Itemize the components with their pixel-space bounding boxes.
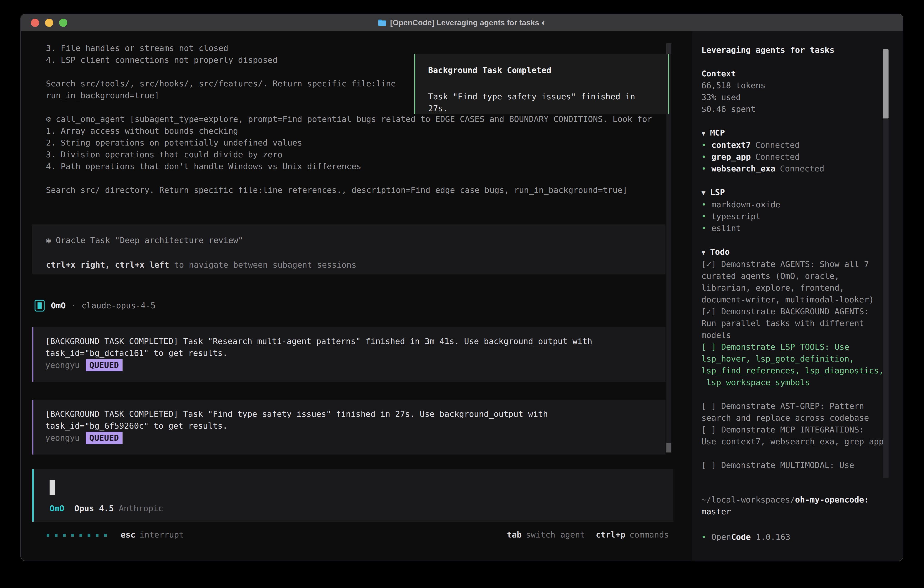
oracle-task-icon: ◉	[46, 236, 51, 245]
version-number: 1.0.163	[756, 532, 790, 542]
bullet-icon: •	[701, 164, 706, 173]
bullet-icon: •	[701, 140, 706, 150]
mcp-item: •grep_appConnected	[701, 151, 890, 163]
prompt-input[interactable]: OmO Opus 4.5 Anthropic	[32, 469, 673, 522]
version-name-bold: Code	[731, 532, 751, 542]
text-cursor	[50, 480, 55, 495]
lsp-item: •markdown-oxide	[701, 199, 890, 211]
chevron-down-icon: ▼	[701, 189, 706, 197]
bullet-icon: •	[701, 152, 706, 162]
mcp-item: •websearch_exaConnected	[701, 163, 890, 175]
input-meta-row: OmO Opus 4.5 Anthropic	[50, 502, 163, 514]
mcp-item: •context7Connected	[701, 139, 890, 151]
input-provider-label: Anthropic	[119, 502, 163, 514]
notification-title: Background Task Completed	[428, 64, 655, 76]
sidebar-scrollbar-thumb[interactable]	[883, 50, 889, 119]
mcp-section: ▼MCP •context7Connected •grep_appConnect…	[701, 127, 890, 175]
status-badge: QUEUED	[86, 432, 122, 444]
message-block: [BACKGROUND TASK COMPLETED] Task "Resear…	[32, 327, 665, 382]
oracle-task-title-row: ◉ Oracle Task "Deep architecture review"	[46, 235, 665, 246]
version-row: •OpenCode1.0.163	[701, 531, 890, 543]
version-name-dim: Open	[711, 532, 731, 542]
workspace-path: ~/local-workspaces/oh-my-opencode:	[701, 494, 890, 506]
mcp-section-header[interactable]: ▼MCP	[701, 127, 890, 139]
statusbar-key-ctrl-p: ctrl+p	[596, 529, 625, 541]
statusbar-label-switch-agent: switch agent	[526, 529, 585, 541]
lsp-item: •eslint	[701, 222, 890, 234]
todo-item-mcp-integrations: [ ] Demonstrate MCP INTEGRATIONS: Use co…	[701, 424, 890, 448]
mcp-item-name: context7	[711, 140, 751, 150]
todo-heading: Todo	[710, 247, 730, 256]
workspace-branch: master	[701, 506, 890, 517]
status-bar: ▪▪▪▪▪▪▪▪ esc interrupt tab switch agent …	[46, 528, 669, 542]
message-author: yeongyu	[45, 432, 80, 444]
todo-item-agents: [✓] Demonstrate AGENTS: Show all 7 curat…	[701, 258, 890, 306]
oracle-task-hint: ctrl+x right, ctrl+x left to navigate be…	[46, 259, 665, 271]
sidebar: Leveraging agents for tasks Context 66,5…	[692, 31, 903, 560]
window-title: [OpenCode] Leveraging agents for tasks ◐	[378, 18, 546, 27]
window-title-text: [OpenCode] Leveraging agents for tasks ◐	[390, 18, 546, 27]
message-text-line2: task_id="bg_dcfac161" to get results.	[45, 347, 665, 359]
statusbar-key-tab: tab	[507, 529, 521, 541]
notification-body: Task "Find type safety issues" finished …	[428, 91, 655, 114]
lsp-item-name: eslint	[711, 223, 741, 233]
workspace-path-prefix: ~/local-workspaces/	[701, 495, 795, 504]
statusbar-label-interrupt: interrupt	[140, 529, 184, 541]
statusbar-label-commands: commands	[630, 529, 669, 541]
message-author: yeongyu	[45, 359, 80, 371]
input-agent-label: OmO	[50, 502, 64, 514]
workspace-name: oh-my-opencode:	[795, 495, 869, 504]
agent-name: OmO	[51, 300, 66, 312]
agent-icon	[35, 300, 45, 312]
traffic-lights	[31, 14, 67, 31]
mcp-item-name: websearch_exa	[711, 164, 776, 173]
oracle-task-box[interactable]: ◉ Oracle Task "Deep architecture review"…	[32, 225, 665, 274]
lsp-item: •typescript	[701, 211, 890, 222]
input-model-label: Opus 4.5	[74, 502, 114, 514]
mcp-item-name: grep_app	[711, 152, 751, 162]
titlebar: [OpenCode] Leveraging agents for tasks ◐	[21, 14, 903, 31]
mcp-heading: MCP	[710, 128, 725, 137]
context-used: 33% used	[701, 91, 890, 103]
mcp-item-status: Connected	[780, 164, 824, 173]
spinner-icon: ▪▪▪▪▪▪▪▪	[46, 529, 112, 541]
lsp-section-header[interactable]: ▼LSP	[701, 187, 890, 199]
chevron-down-icon: ▼	[701, 129, 706, 137]
minimize-button[interactable]	[45, 19, 53, 27]
context-tokens: 66,518 tokens	[701, 79, 890, 91]
lsp-heading: LSP	[710, 188, 725, 197]
bullet-icon: •	[701, 223, 706, 233]
chevron-down-icon: ▼	[701, 248, 706, 256]
message-text-line1: [BACKGROUND TASK COMPLETED] Task "Resear…	[45, 335, 665, 347]
todo-section: ▼Todo [✓] Demonstrate AGENTS: Show all 7…	[701, 246, 890, 471]
folder-icon	[378, 19, 386, 26]
mcp-item-status: Connected	[755, 140, 800, 150]
app-window: [OpenCode] Leveraging agents for tasks ◐…	[20, 14, 903, 561]
oracle-task-title: Oracle Task "Deep architecture review"	[56, 236, 243, 245]
close-button[interactable]	[31, 19, 39, 27]
sidebar-scrollbar-track[interactable]	[883, 119, 889, 478]
lsp-item-name: typescript	[711, 212, 761, 221]
todo-item-multimodal: [ ] Demonstrate MULTIMODAL: Use	[701, 459, 890, 471]
terminal-main-pane: 3. File handles or streams not closed 4.…	[21, 31, 692, 560]
oracle-hint-keys: ctrl+x right, ctrl+x left	[46, 260, 169, 269]
oracle-hint-text: to navigate between subagent sessions	[169, 260, 356, 269]
agent-separator: ·	[71, 300, 76, 312]
zoom-button[interactable]	[59, 19, 67, 27]
todo-item-ast-grep: [ ] Demonstrate AST-GREP: Pattern search…	[701, 400, 890, 424]
statusbar-key-esc: esc	[121, 529, 135, 541]
todo-item-background-agents: [✓] Demonstrate BACKGROUND AGENTS: Run p…	[701, 306, 890, 341]
context-heading: Context	[701, 68, 890, 79]
bullet-icon: •	[701, 200, 706, 209]
lsp-section: ▼LSP •markdown-oxide •typescript •eslint	[701, 187, 890, 234]
status-badge: QUEUED	[86, 359, 122, 371]
workspace-section: ~/local-workspaces/oh-my-opencode: maste…	[701, 494, 890, 517]
lsp-item-name: markdown-oxide	[711, 200, 780, 209]
session-title: Leveraging agents for tasks	[701, 44, 890, 56]
main-scrollbar-thumb[interactable]	[667, 443, 672, 453]
todo-section-header[interactable]: ▼Todo	[701, 246, 890, 258]
todo-item-lsp-tools: [ ] Demonstrate LSP TOOLS: Use lsp_hover…	[701, 341, 890, 388]
context-section: Context 66,518 tokens 33% used $0.46 spe…	[701, 68, 890, 115]
message-block: [BACKGROUND TASK COMPLETED] Task "Find t…	[32, 400, 665, 454]
context-spent: $0.46 spent	[701, 103, 890, 115]
